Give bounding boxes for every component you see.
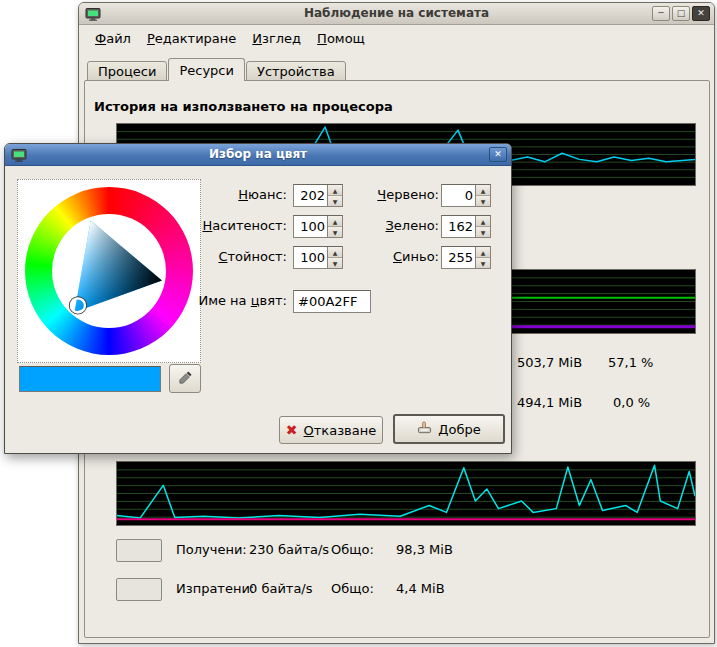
hue-saturation-wheel[interactable]	[17, 179, 201, 363]
red-input[interactable]	[442, 185, 475, 206]
menu-help[interactable]: Помощ	[309, 28, 373, 49]
dialog-title: Избор на цвят	[35, 147, 481, 161]
dialog-close-button[interactable]: ✕	[489, 147, 507, 162]
sent-total-label: Общо:	[331, 581, 374, 596]
cancel-button-label: Отказване	[304, 423, 377, 438]
ok-button[interactable]: Добре	[393, 414, 505, 444]
received-label: Получени:	[176, 542, 247, 557]
green-input[interactable]	[442, 216, 475, 237]
memory-amount: 503,7 MiB	[517, 355, 582, 370]
hsv-triangle	[25, 187, 193, 355]
dialog-controls: ✕	[489, 147, 507, 162]
system-monitor-icon	[11, 147, 27, 163]
tab-devices[interactable]: Устройства	[246, 61, 346, 81]
blue-input[interactable]	[442, 247, 475, 268]
color-name-label: Име на цвят:	[173, 293, 287, 308]
saturation-label: Наситеност:	[173, 218, 287, 233]
menu-view[interactable]: Изглед	[244, 28, 309, 49]
spin-up-icon[interactable]: ▲	[476, 216, 490, 226]
window-title: Наблюдение на системата	[109, 6, 684, 20]
minimize-button[interactable]: ─	[652, 6, 670, 21]
sent-label: Изпратени:	[176, 581, 254, 596]
hue-input[interactable]	[294, 185, 327, 206]
blue-spinner: ▲▼	[441, 246, 491, 269]
spin-up-icon[interactable]: ▲	[476, 247, 490, 257]
close-button[interactable]: ✕	[692, 6, 710, 21]
menu-edit[interactable]: Редактиране	[139, 28, 244, 49]
eyedropper-icon	[178, 370, 193, 388]
network-history-chart	[116, 461, 696, 526]
received-total-label: Общо:	[331, 542, 374, 557]
cancel-x-icon: ✖	[286, 423, 298, 437]
green-spinner: ▲▼	[441, 215, 491, 238]
tab-resources[interactable]: Ресурси	[168, 58, 245, 81]
swap-amount: 494,1 MiB	[517, 395, 582, 410]
notebook-tabs: Процеси Ресурси Устройства	[87, 58, 347, 81]
received-rate: 230 байта/s	[249, 542, 329, 557]
color-preview	[19, 366, 161, 392]
spin-down-icon[interactable]: ▼	[476, 226, 490, 237]
maximize-button[interactable]: □	[672, 6, 690, 21]
received-total: 98,3 MiB	[396, 542, 453, 557]
spin-down-icon[interactable]: ▼	[476, 257, 490, 268]
green-label: Зелено:	[335, 218, 439, 233]
network-received-row: Получени: 230 байта/s Общо: 98,3 MiB	[116, 539, 691, 562]
red-label: Червено:	[335, 187, 439, 202]
spin-down-icon[interactable]: ▼	[476, 195, 490, 206]
menu-file[interactable]: Файл	[87, 28, 139, 49]
red-spinner: ▲▼	[441, 184, 491, 207]
sent-color-button[interactable]	[116, 578, 162, 601]
received-color-button[interactable]	[116, 539, 162, 562]
swap-percent: 0,0 %	[613, 395, 650, 410]
blue-label: Синьо:	[335, 249, 439, 264]
sent-total: 4,4 MiB	[396, 581, 445, 596]
cpu-history-heading: История на използването на процесора	[94, 99, 393, 114]
cancel-button[interactable]: ✖ Отказване	[279, 416, 383, 444]
system-monitor-icon	[85, 6, 101, 22]
network-sent-row: Изпратени: 0 байта/s Общо: 4,4 MiB	[116, 578, 691, 601]
value-input[interactable]	[294, 247, 327, 268]
ok-button-label: Добре	[438, 422, 480, 437]
saturation-input[interactable]	[294, 216, 327, 237]
sent-rate: 0 байта/s	[249, 581, 313, 596]
hue-label: Нюанс:	[173, 187, 287, 202]
spin-up-icon[interactable]: ▲	[476, 185, 490, 195]
memory-percent: 57,1 %	[608, 355, 653, 370]
color-name-input[interactable]	[293, 290, 371, 313]
color-picker-dialog: Избор на цвят ✕	[4, 143, 512, 454]
menubar: Файл Редактиране Изглед Помощ	[79, 26, 714, 51]
window-controls: ─ □ ✕	[652, 6, 710, 21]
value-label: Стойност:	[173, 249, 287, 264]
dialog-titlebar[interactable]: Избор на цвят ✕	[5, 144, 511, 166]
tab-processes[interactable]: Процеси	[87, 61, 167, 81]
ok-icon	[417, 420, 432, 438]
main-titlebar[interactable]: Наблюдение на системата ─ □ ✕	[79, 3, 714, 25]
eyedropper-button[interactable]	[169, 364, 201, 393]
